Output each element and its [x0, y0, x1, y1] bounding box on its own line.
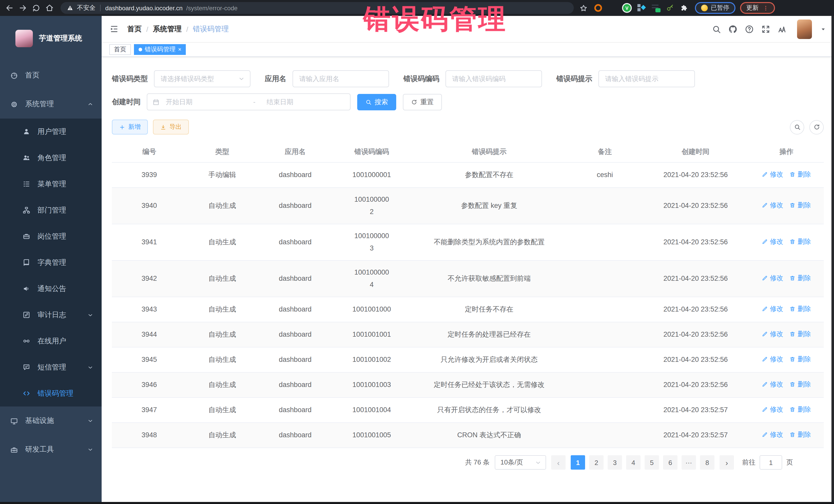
delete-link[interactable]: 删除 — [789, 328, 811, 340]
next-page-button[interactable]: › — [720, 455, 734, 469]
reload-icon[interactable] — [32, 4, 41, 12]
delete-link[interactable]: 删除 — [789, 168, 811, 181]
edit-link[interactable]: 修改 — [762, 353, 783, 366]
reset-button[interactable]: 重置 — [403, 94, 442, 110]
header-search-icon[interactable] — [712, 24, 721, 34]
delete-link[interactable]: 删除 — [789, 272, 811, 284]
page-button-1[interactable]: 1 — [571, 455, 585, 469]
browser-menu-dots-icon[interactable] — [763, 5, 769, 11]
toolbox-icon — [10, 446, 18, 454]
page-button-3[interactable]: 3 — [608, 455, 622, 469]
edit-link[interactable]: 修改 — [762, 199, 783, 212]
show-search-toggle-button[interactable] — [790, 120, 804, 134]
refresh-table-button[interactable] — [809, 120, 824, 134]
sidebar-item[interactable]: 基础设施 — [0, 407, 102, 435]
cell-code: 100100000 4 — [333, 261, 411, 297]
sidebar-item[interactable]: 通知公告 — [0, 276, 102, 302]
sidebar-item[interactable]: 用户管理 — [0, 118, 102, 145]
prev-page-button[interactable]: ‹ — [551, 455, 566, 469]
sidebar-item[interactable]: 角色管理 — [0, 145, 102, 171]
sidebar-item[interactable]: 短信管理 — [0, 354, 102, 380]
sidebar-item[interactable]: 部门管理 — [0, 197, 102, 223]
breadcrumb-item-system[interactable]: 系统管理 — [153, 24, 182, 34]
window-scrollbar[interactable] — [831, 16, 834, 504]
sidebar-item[interactable]: 系统管理 — [0, 90, 102, 118]
page-button-6[interactable]: 6 — [663, 455, 678, 469]
profile-avatar-emoji — [701, 5, 708, 11]
tab-home[interactable]: 首页 — [109, 44, 131, 55]
font-size-icon[interactable] — [777, 24, 787, 34]
export-button[interactable]: 导出 — [153, 119, 189, 134]
extensions-puzzle-icon[interactable] — [681, 4, 688, 12]
sidebar-item[interactable]: 研发工具 — [0, 435, 102, 464]
start-date-input[interactable]: 开始日期 — [164, 97, 244, 107]
extension-key-icon[interactable] — [666, 4, 674, 12]
search-button[interactable]: 搜索 — [357, 94, 396, 110]
more-pages-button[interactable]: ··· — [682, 455, 696, 469]
page-button-2[interactable]: 2 — [589, 455, 603, 469]
sidebar-item[interactable]: 岗位管理 — [0, 223, 102, 249]
profile-paused-pill[interactable]: 已暂停 — [695, 2, 736, 14]
page-size-select[interactable]: 10条/页 — [495, 455, 546, 469]
date-range-picker[interactable]: 开始日期 - 结束日期 — [147, 93, 351, 110]
edit-link[interactable]: 修改 — [762, 272, 783, 284]
delete-link[interactable]: 删除 — [789, 303, 811, 315]
security-label[interactable]: 不安全 — [77, 4, 95, 12]
breadcrumb-item-home[interactable]: 首页 — [127, 24, 142, 34]
error-msg-input[interactable] — [599, 71, 695, 87]
bookmark-star-icon[interactable] — [579, 4, 588, 12]
tab-error-code[interactable]: 错误码管理 × — [134, 44, 186, 55]
sidebar-item[interactable]: 错误码管理 — [0, 380, 102, 407]
user-avatar[interactable] — [797, 19, 812, 39]
forward-icon[interactable] — [19, 4, 27, 12]
edit-link[interactable]: 修改 — [762, 328, 783, 340]
add-button[interactable]: 新增 — [112, 119, 148, 134]
edit-link[interactable]: 修改 — [762, 303, 783, 315]
sidebar-item[interactable]: 菜单管理 — [0, 171, 102, 197]
delete-link[interactable]: 删除 — [789, 378, 811, 391]
goto-page-input[interactable] — [760, 455, 782, 469]
delete-link[interactable]: 删除 — [789, 353, 811, 366]
app-name-input[interactable] — [293, 71, 389, 87]
error-code-input[interactable] — [446, 71, 542, 87]
table-row: 3947自动生成dashboard1001001004只有开启状态的任务，才可以… — [112, 397, 824, 423]
extension-green-icon[interactable]: V — [623, 4, 631, 12]
hamburger-icon[interactable] — [109, 24, 119, 34]
fullscreen-icon[interactable] — [761, 24, 770, 34]
sidebar-item[interactable]: 在线用户 — [0, 328, 102, 354]
delete-link[interactable]: 删除 — [789, 429, 811, 441]
edit-link[interactable]: 修改 — [762, 236, 783, 248]
sidebar-item[interactable]: 首页 — [0, 61, 102, 90]
error-type-select[interactable]: 请选择错误码类型 — [154, 70, 250, 87]
avatar-caret-down-icon[interactable] — [820, 26, 826, 32]
delete-link[interactable]: 删除 — [789, 236, 811, 248]
page-button-5[interactable]: 5 — [644, 455, 659, 469]
delete-link[interactable]: 删除 — [789, 199, 811, 212]
extension-on-badge-icon[interactable] — [652, 4, 659, 12]
cell-code: 100100000 3 — [333, 224, 411, 261]
help-icon[interactable] — [745, 24, 754, 34]
home-icon[interactable] — [45, 4, 54, 12]
back-icon[interactable] — [5, 4, 14, 12]
end-date-input[interactable]: 结束日期 — [265, 97, 345, 107]
sidebar-item[interactable]: 字典管理 — [0, 249, 102, 276]
edit-link[interactable]: 修改 — [762, 168, 783, 181]
edit-link[interactable]: 修改 — [762, 403, 783, 416]
tags-view-bar: 首页 错误码管理 × — [102, 43, 834, 57]
address-bar[interactable]: 不安全 dashboard.yudao.iocoder.cn/system/er… — [61, 2, 574, 14]
cell-app: dashboard — [258, 188, 333, 224]
page-button-8[interactable]: 8 — [700, 455, 715, 469]
github-icon[interactable] — [728, 24, 738, 34]
edit-link[interactable]: 修改 — [762, 429, 783, 441]
sidebar-item[interactable]: 审计日志 — [0, 302, 102, 328]
page-button-4[interactable]: 4 — [626, 455, 640, 469]
cell-msg: 不能删除类型为系统内置的参数配置 — [411, 224, 567, 261]
browser-update-button[interactable]: 更新 — [740, 2, 775, 14]
delete-link[interactable]: 删除 — [789, 403, 811, 416]
extension-gem-icon[interactable] — [609, 4, 616, 12]
tab-close-icon[interactable]: × — [178, 47, 181, 52]
app-logo[interactable]: 芋道管理系统 — [0, 16, 102, 61]
extension-orange-icon[interactable] — [594, 4, 602, 12]
extension-grid-icon[interactable] — [637, 4, 645, 12]
edit-link[interactable]: 修改 — [762, 378, 783, 391]
